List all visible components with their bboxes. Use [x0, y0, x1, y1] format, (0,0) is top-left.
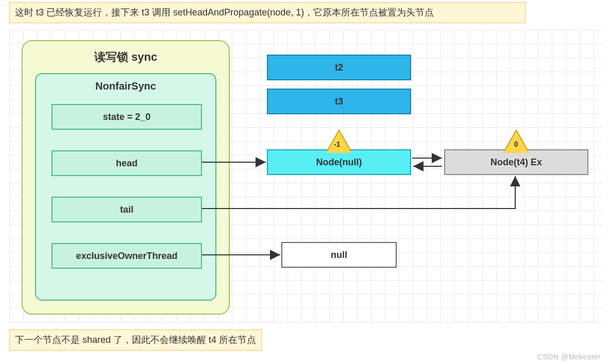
watermark: CSDN @Mekeater — [537, 353, 601, 361]
triangle-left-label: -1 — [334, 140, 340, 148]
field-state: state = 2_0 — [52, 104, 202, 130]
thread-t3: t3 — [267, 89, 411, 114]
thread-t2: t2 — [267, 55, 411, 80]
node-ex: Node(t4) Ex — [444, 149, 588, 175]
field-tail: tail — [52, 197, 202, 222]
node-null: null — [281, 242, 397, 268]
field-head: head — [52, 150, 202, 176]
nonfair-sync-title: NonfairSync — [36, 80, 215, 92]
sync-title: 读写锁 sync — [23, 49, 229, 65]
note-bottom: 下一个节点不是 shared 了，因此不会继续唤醒 t4 所在节点 — [9, 330, 262, 351]
nonfair-sync-container: NonfairSync state = 2_0 head tail exclus… — [35, 73, 216, 301]
node-head: Node(null) — [267, 149, 411, 175]
field-exclusive-owner-thread: exclusiveOwnerThread — [52, 243, 202, 269]
note-top: 这时 t3 已经恢复运行，接下来 t3 调用 setHeadAndPropaga… — [9, 2, 526, 23]
diagram-canvas: 这时 t3 已经恢复运行，接下来 t3 调用 setHeadAndPropaga… — [0, 0, 610, 364]
triangle-right-label: 0 — [514, 140, 518, 148]
